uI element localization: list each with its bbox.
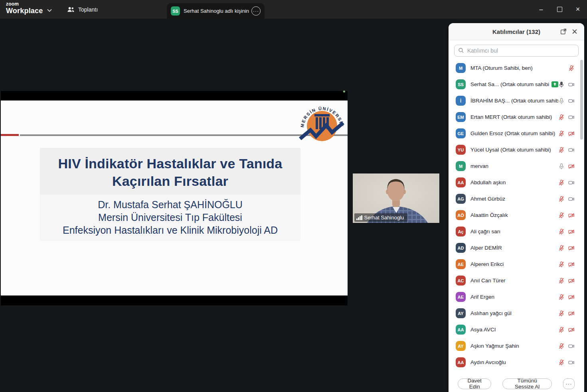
participant-row[interactable]: GEGulden Ersoz (Ortak oturum sahibi) bbox=[449, 125, 584, 142]
mic-on-icon[interactable] bbox=[558, 98, 565, 104]
mic-muted-icon[interactable] bbox=[558, 196, 565, 202]
participant-row[interactable]: AYAşkın Yağmur Şahin bbox=[449, 338, 584, 354]
mic-muted-icon[interactable] bbox=[558, 229, 565, 235]
participant-name: Serhat Sa... (Ortak oturum sahibi) bbox=[470, 81, 549, 87]
participant-row[interactable]: AEAlperen Erikci bbox=[449, 256, 584, 272]
tab-more-icon[interactable]: ··· bbox=[251, 6, 261, 16]
participant-name: Alaattin Özçalık bbox=[470, 212, 508, 218]
camera-on-icon[interactable] bbox=[568, 114, 575, 120]
participant-name: mervan bbox=[470, 163, 488, 169]
participant-name: MTA (Oturum Sahibi, ben) bbox=[470, 65, 533, 71]
invite-button[interactable]: Davet Edin bbox=[458, 378, 491, 389]
camera-on-icon[interactable] bbox=[568, 343, 575, 349]
screen-share-badge bbox=[551, 81, 558, 87]
mic-muted-icon[interactable] bbox=[558, 212, 565, 219]
chevron-down-icon[interactable] bbox=[46, 7, 53, 14]
camera-muted-icon[interactable] bbox=[568, 130, 575, 137]
participant-row[interactable]: AAAydın Avcıoğlu bbox=[449, 354, 584, 370]
slide-title-box: HIV İndikatör Hastalıklar ve Tanıda Kaçı… bbox=[40, 148, 300, 195]
mic-muted-icon[interactable] bbox=[558, 310, 565, 317]
close-button[interactable]: × bbox=[569, 0, 587, 19]
participant-avatar: İ bbox=[456, 96, 466, 106]
camera-on-icon[interactable] bbox=[568, 196, 575, 202]
camera-on-icon[interactable] bbox=[568, 359, 575, 366]
mute-all-button[interactable]: Tümünü Sessize Al bbox=[502, 378, 552, 389]
participant-avatar: AC bbox=[456, 276, 466, 286]
mic-muted-icon[interactable] bbox=[558, 359, 565, 366]
participant-name: Aşkın Yağmur Şahin bbox=[470, 343, 519, 349]
camera-on-icon[interactable] bbox=[568, 147, 575, 153]
camera-on-icon[interactable] bbox=[568, 98, 575, 104]
participant-avatar: AA bbox=[456, 325, 466, 335]
camera-muted-icon[interactable] bbox=[568, 245, 575, 251]
camera-muted-icon[interactable] bbox=[568, 294, 575, 300]
participant-status-icons bbox=[558, 245, 575, 251]
shared-screen: MERSİN ÜNİVERSİTESİ 1992 HIV İndikatör H… bbox=[1, 91, 348, 305]
camera-muted-icon[interactable] bbox=[568, 212, 575, 219]
participant-avatar: AÖ bbox=[456, 210, 466, 220]
participant-row[interactable]: Mmervan bbox=[449, 158, 584, 174]
participant-status-icons bbox=[558, 130, 575, 137]
participant-row[interactable]: AYAslıhan yağcı gül bbox=[449, 305, 584, 321]
participant-row[interactable]: AGAhmet Gürbüz bbox=[449, 191, 584, 207]
presenter-video-thumbnail[interactable]: Serhat Sahinoglu bbox=[353, 173, 439, 223]
participant-row[interactable]: AEArif Ergen bbox=[449, 289, 584, 305]
participant-row[interactable]: AçAli çağrı sarı bbox=[449, 223, 584, 240]
camera-muted-icon[interactable] bbox=[568, 163, 575, 169]
mic-muted-icon[interactable] bbox=[558, 130, 565, 137]
participant-avatar: EM bbox=[456, 112, 466, 122]
camera-muted-icon[interactable] bbox=[568, 261, 575, 268]
camera-on-icon[interactable] bbox=[568, 81, 575, 88]
maximize-button[interactable] bbox=[550, 0, 569, 19]
participant-row[interactable]: SSSerhat Sa... (Ortak oturum sahibi) bbox=[449, 76, 584, 93]
participant-avatar: M bbox=[456, 161, 466, 171]
participant-row[interactable]: AAAbdullah aşkın bbox=[449, 174, 584, 191]
participant-row[interactable]: ACAnıl Can Türer bbox=[449, 272, 584, 289]
participant-status-icons bbox=[558, 343, 575, 349]
camera-muted-icon[interactable] bbox=[568, 310, 575, 317]
slide-title-line1: HIV İndikatör Hastalıklar ve Tanıda bbox=[40, 155, 300, 172]
search-icon bbox=[458, 47, 464, 53]
tab-avatar: SS bbox=[171, 6, 180, 16]
participant-row[interactable]: AÖAlaattin Özçalık bbox=[449, 207, 584, 223]
mic-muted-icon[interactable] bbox=[558, 294, 565, 300]
mic-on-icon[interactable] bbox=[558, 163, 565, 169]
minimize-button[interactable]: – bbox=[532, 0, 550, 19]
close-panel-icon[interactable]: ✕ bbox=[571, 28, 579, 35]
mic-muted-icon[interactable] bbox=[558, 343, 565, 349]
search-input[interactable] bbox=[454, 45, 579, 57]
mic-muted-icon[interactable] bbox=[558, 245, 565, 251]
mic-muted-icon[interactable] bbox=[558, 327, 565, 333]
participant-name: Alper DEMİR bbox=[470, 245, 502, 251]
participant-row[interactable]: MMTA (Oturum Sahibi, ben) bbox=[449, 60, 584, 76]
annotation-dot bbox=[343, 91, 345, 93]
participant-name: Ali çağrı sarı bbox=[470, 229, 500, 234]
mic-on-icon[interactable] bbox=[558, 81, 565, 88]
scrollbar-thumb[interactable] bbox=[580, 60, 583, 140]
participant-row[interactable]: YUYücel Uysal (Ortak oturum sahibi) bbox=[449, 142, 584, 158]
camera-muted-icon[interactable] bbox=[568, 229, 575, 235]
tab-meeting-label: Toplantı bbox=[78, 6, 98, 13]
more-options-button[interactable]: ··· bbox=[563, 378, 575, 389]
camera-on-icon[interactable] bbox=[568, 179, 575, 186]
participant-status-icons bbox=[558, 179, 575, 186]
participant-row[interactable]: EMErtan MERT (Ortak oturum sahibi) bbox=[449, 109, 584, 125]
participant-row[interactable]: ADAlper DEMİR bbox=[449, 240, 584, 256]
mic-muted-icon[interactable] bbox=[558, 147, 565, 153]
participant-status-icons bbox=[558, 196, 575, 202]
participant-status-icons bbox=[558, 310, 575, 317]
participant-status-icons bbox=[558, 98, 575, 104]
participant-row[interactable]: İİBRAHİM BAŞ... (Ortak oturum sahibi) bbox=[449, 93, 584, 109]
participant-status-icons bbox=[558, 163, 575, 169]
tab-meeting[interactable]: Toplantı bbox=[67, 0, 98, 19]
tab-shared-screen[interactable]: SS Serhat Sahinoglu adlı kişinin ekranı … bbox=[167, 3, 265, 19]
camera-muted-icon[interactable] bbox=[568, 278, 575, 284]
participant-row[interactable]: AAAsya AVCI bbox=[449, 321, 584, 338]
popout-icon[interactable] bbox=[559, 28, 567, 35]
camera-muted-icon[interactable] bbox=[568, 327, 575, 333]
mic-muted-icon[interactable] bbox=[558, 278, 565, 284]
mic-muted-icon[interactable] bbox=[568, 65, 575, 71]
mic-muted-icon[interactable] bbox=[558, 114, 565, 120]
mic-muted-icon[interactable] bbox=[558, 179, 565, 186]
mic-muted-icon[interactable] bbox=[558, 261, 565, 268]
